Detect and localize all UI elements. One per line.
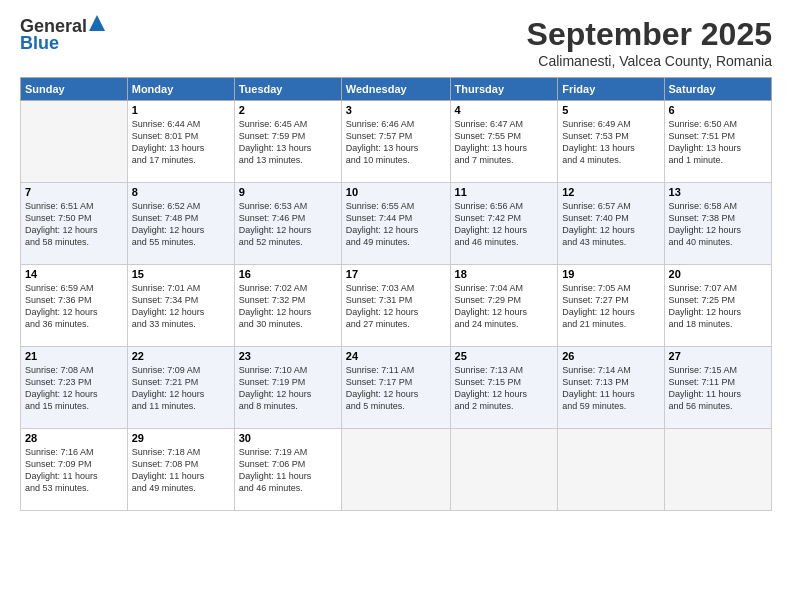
day-number: 14 (25, 268, 123, 280)
day-number: 16 (239, 268, 337, 280)
week-row-1: 1Sunrise: 6:44 AMSunset: 8:01 PMDaylight… (21, 101, 772, 183)
day-info: Sunrise: 6:59 AMSunset: 7:36 PMDaylight:… (25, 282, 123, 331)
day-number: 24 (346, 350, 446, 362)
month-title: September 2025 (527, 16, 772, 53)
day-number: 3 (346, 104, 446, 116)
logo-icon (89, 15, 105, 31)
day-number: 9 (239, 186, 337, 198)
day-cell: 26Sunrise: 7:14 AMSunset: 7:13 PMDayligh… (558, 347, 664, 429)
day-number: 26 (562, 350, 659, 362)
day-info: Sunrise: 6:53 AMSunset: 7:46 PMDaylight:… (239, 200, 337, 249)
day-cell: 11Sunrise: 6:56 AMSunset: 7:42 PMDayligh… (450, 183, 558, 265)
title-block: September 2025 Calimanesti, Valcea Count… (527, 16, 772, 69)
day-number: 10 (346, 186, 446, 198)
location-title: Calimanesti, Valcea County, Romania (527, 53, 772, 69)
day-cell: 12Sunrise: 6:57 AMSunset: 7:40 PMDayligh… (558, 183, 664, 265)
day-info: Sunrise: 6:51 AMSunset: 7:50 PMDaylight:… (25, 200, 123, 249)
day-info: Sunrise: 6:44 AMSunset: 8:01 PMDaylight:… (132, 118, 230, 167)
logo: General Blue (20, 16, 105, 54)
col-header-monday: Monday (127, 78, 234, 101)
day-cell: 14Sunrise: 6:59 AMSunset: 7:36 PMDayligh… (21, 265, 128, 347)
day-number: 11 (455, 186, 554, 198)
day-cell: 27Sunrise: 7:15 AMSunset: 7:11 PMDayligh… (664, 347, 771, 429)
col-header-thursday: Thursday (450, 78, 558, 101)
day-number: 30 (239, 432, 337, 444)
day-info: Sunrise: 7:04 AMSunset: 7:29 PMDaylight:… (455, 282, 554, 331)
day-info: Sunrise: 6:55 AMSunset: 7:44 PMDaylight:… (346, 200, 446, 249)
day-cell: 21Sunrise: 7:08 AMSunset: 7:23 PMDayligh… (21, 347, 128, 429)
header: General Blue September 2025 Calimanesti,… (20, 16, 772, 69)
week-row-4: 21Sunrise: 7:08 AMSunset: 7:23 PMDayligh… (21, 347, 772, 429)
day-cell: 29Sunrise: 7:18 AMSunset: 7:08 PMDayligh… (127, 429, 234, 511)
day-cell: 23Sunrise: 7:10 AMSunset: 7:19 PMDayligh… (234, 347, 341, 429)
day-cell: 16Sunrise: 7:02 AMSunset: 7:32 PMDayligh… (234, 265, 341, 347)
day-cell: 18Sunrise: 7:04 AMSunset: 7:29 PMDayligh… (450, 265, 558, 347)
day-cell: 7Sunrise: 6:51 AMSunset: 7:50 PMDaylight… (21, 183, 128, 265)
svg-marker-0 (89, 15, 105, 31)
day-number: 12 (562, 186, 659, 198)
day-number: 2 (239, 104, 337, 116)
day-cell: 5Sunrise: 6:49 AMSunset: 7:53 PMDaylight… (558, 101, 664, 183)
logo-blue: Blue (20, 33, 59, 54)
day-number: 8 (132, 186, 230, 198)
day-cell: 13Sunrise: 6:58 AMSunset: 7:38 PMDayligh… (664, 183, 771, 265)
day-cell: 4Sunrise: 6:47 AMSunset: 7:55 PMDaylight… (450, 101, 558, 183)
day-info: Sunrise: 6:56 AMSunset: 7:42 PMDaylight:… (455, 200, 554, 249)
day-cell: 19Sunrise: 7:05 AMSunset: 7:27 PMDayligh… (558, 265, 664, 347)
day-info: Sunrise: 6:45 AMSunset: 7:59 PMDaylight:… (239, 118, 337, 167)
day-info: Sunrise: 7:03 AMSunset: 7:31 PMDaylight:… (346, 282, 446, 331)
day-number: 4 (455, 104, 554, 116)
day-cell: 9Sunrise: 6:53 AMSunset: 7:46 PMDaylight… (234, 183, 341, 265)
day-cell: 3Sunrise: 6:46 AMSunset: 7:57 PMDaylight… (341, 101, 450, 183)
day-cell: 6Sunrise: 6:50 AMSunset: 7:51 PMDaylight… (664, 101, 771, 183)
day-cell: 15Sunrise: 7:01 AMSunset: 7:34 PMDayligh… (127, 265, 234, 347)
day-number: 20 (669, 268, 767, 280)
col-header-tuesday: Tuesday (234, 78, 341, 101)
week-row-2: 7Sunrise: 6:51 AMSunset: 7:50 PMDaylight… (21, 183, 772, 265)
day-number: 19 (562, 268, 659, 280)
day-cell: 17Sunrise: 7:03 AMSunset: 7:31 PMDayligh… (341, 265, 450, 347)
day-cell: 1Sunrise: 6:44 AMSunset: 8:01 PMDaylight… (127, 101, 234, 183)
day-info: Sunrise: 6:52 AMSunset: 7:48 PMDaylight:… (132, 200, 230, 249)
day-info: Sunrise: 6:49 AMSunset: 7:53 PMDaylight:… (562, 118, 659, 167)
day-cell (21, 101, 128, 183)
day-number: 27 (669, 350, 767, 362)
day-info: Sunrise: 6:50 AMSunset: 7:51 PMDaylight:… (669, 118, 767, 167)
day-info: Sunrise: 7:09 AMSunset: 7:21 PMDaylight:… (132, 364, 230, 413)
day-info: Sunrise: 7:01 AMSunset: 7:34 PMDaylight:… (132, 282, 230, 331)
day-number: 5 (562, 104, 659, 116)
day-number: 13 (669, 186, 767, 198)
day-info: Sunrise: 6:58 AMSunset: 7:38 PMDaylight:… (669, 200, 767, 249)
day-number: 21 (25, 350, 123, 362)
day-number: 23 (239, 350, 337, 362)
day-info: Sunrise: 7:11 AMSunset: 7:17 PMDaylight:… (346, 364, 446, 413)
day-info: Sunrise: 7:08 AMSunset: 7:23 PMDaylight:… (25, 364, 123, 413)
day-info: Sunrise: 7:10 AMSunset: 7:19 PMDaylight:… (239, 364, 337, 413)
day-cell (664, 429, 771, 511)
day-number: 17 (346, 268, 446, 280)
day-number: 28 (25, 432, 123, 444)
day-cell: 20Sunrise: 7:07 AMSunset: 7:25 PMDayligh… (664, 265, 771, 347)
day-cell: 8Sunrise: 6:52 AMSunset: 7:48 PMDaylight… (127, 183, 234, 265)
day-cell: 24Sunrise: 7:11 AMSunset: 7:17 PMDayligh… (341, 347, 450, 429)
day-info: Sunrise: 7:18 AMSunset: 7:08 PMDaylight:… (132, 446, 230, 495)
day-info: Sunrise: 7:16 AMSunset: 7:09 PMDaylight:… (25, 446, 123, 495)
col-header-sunday: Sunday (21, 78, 128, 101)
day-number: 25 (455, 350, 554, 362)
col-header-friday: Friday (558, 78, 664, 101)
day-cell: 30Sunrise: 7:19 AMSunset: 7:06 PMDayligh… (234, 429, 341, 511)
day-info: Sunrise: 7:14 AMSunset: 7:13 PMDaylight:… (562, 364, 659, 413)
day-number: 15 (132, 268, 230, 280)
day-info: Sunrise: 6:47 AMSunset: 7:55 PMDaylight:… (455, 118, 554, 167)
day-number: 6 (669, 104, 767, 116)
day-number: 7 (25, 186, 123, 198)
header-row: SundayMondayTuesdayWednesdayThursdayFrid… (21, 78, 772, 101)
day-info: Sunrise: 7:19 AMSunset: 7:06 PMDaylight:… (239, 446, 337, 495)
day-number: 1 (132, 104, 230, 116)
day-info: Sunrise: 6:46 AMSunset: 7:57 PMDaylight:… (346, 118, 446, 167)
day-cell: 10Sunrise: 6:55 AMSunset: 7:44 PMDayligh… (341, 183, 450, 265)
day-cell: 28Sunrise: 7:16 AMSunset: 7:09 PMDayligh… (21, 429, 128, 511)
day-info: Sunrise: 7:07 AMSunset: 7:25 PMDaylight:… (669, 282, 767, 331)
day-cell (450, 429, 558, 511)
day-info: Sunrise: 7:02 AMSunset: 7:32 PMDaylight:… (239, 282, 337, 331)
